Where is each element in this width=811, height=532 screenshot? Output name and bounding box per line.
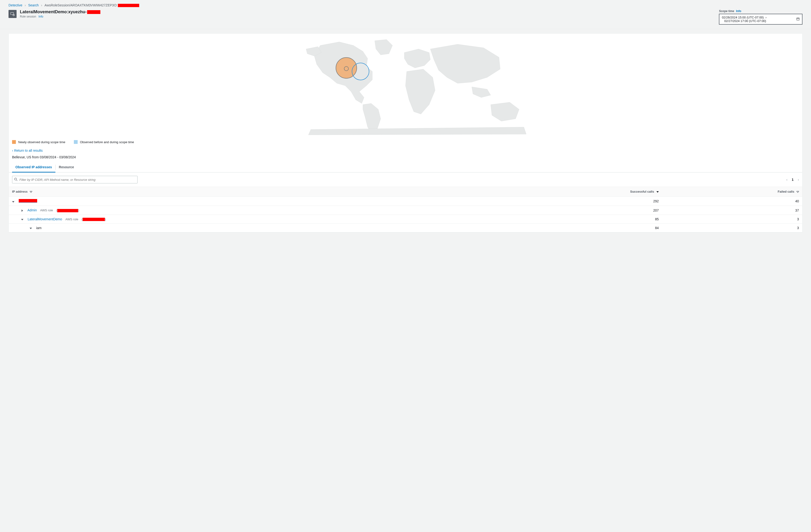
page-current: 1 — [792, 178, 794, 182]
filter-input-wrapper[interactable] — [12, 176, 138, 184]
chevron-right-icon: › — [41, 3, 42, 7]
search-icon — [14, 178, 17, 182]
role-session-icon — [9, 10, 17, 18]
location-range-label: Bellevue, US from 03/08/2024 - 03/08/202… — [9, 155, 802, 162]
svg-point-4 — [14, 178, 17, 180]
redacted-block — [87, 10, 101, 14]
sort-icon — [30, 190, 32, 193]
tab-resource[interactable]: Resource — [56, 162, 77, 172]
ip-table: IP address Successful calls Failed calls — [9, 187, 802, 232]
tab-observed-ip[interactable]: Observed IP addresses — [12, 162, 56, 173]
expand-toggle[interactable] — [30, 228, 32, 229]
cell-success: 292 — [485, 197, 662, 206]
expand-toggle[interactable] — [21, 209, 23, 212]
svg-rect-2 — [797, 18, 799, 20]
sort-icon — [797, 190, 799, 193]
legend-before: Observed before and during scope time — [74, 140, 134, 144]
table-row: iam 84 3 — [9, 224, 802, 232]
col-ip[interactable]: IP address — [9, 187, 485, 197]
breadcrumb-detective[interactable]: Detective — [9, 3, 22, 7]
cell-success: 84 — [485, 224, 662, 232]
main-panel: Newly observed during scope time Observe… — [9, 33, 802, 233]
breadcrumb: Detective › Search › AwsRoleSession/AROA… — [0, 0, 811, 10]
breadcrumb-search[interactable]: Search — [28, 3, 39, 7]
page-prev-button[interactable]: ‹ — [786, 178, 787, 182]
cell-success: 207 — [485, 206, 662, 215]
calendar-icon — [796, 17, 800, 21]
redacted-block — [82, 218, 105, 221]
redacted-block — [57, 209, 78, 212]
col-successful[interactable]: Successful calls — [485, 187, 662, 197]
return-to-results-link[interactable]: Return to all results — [14, 148, 43, 152]
filter-input[interactable] — [19, 178, 135, 182]
role-type-label: AWS role — [65, 218, 78, 221]
role-type-label: AWS role — [40, 208, 53, 212]
cell-success: 85 — [485, 215, 662, 224]
map-marker-new[interactable] — [336, 58, 357, 78]
legend-new: Newly observed during scope time — [12, 140, 65, 144]
ip-link-redacted[interactable] — [19, 199, 37, 203]
pagination: ‹ 1 › — [786, 178, 799, 182]
cell-failed: 3 — [662, 215, 802, 224]
role-link-lateral[interactable]: LateralMovementDemo — [28, 217, 62, 221]
page-title: LateralMovementDemo:xyuezhu- — [20, 10, 101, 14]
chevron-left-icon: ‹ — [12, 148, 13, 152]
col-failed[interactable]: Failed calls — [662, 187, 802, 197]
role-link-admin[interactable]: Admin — [28, 208, 37, 212]
cell-failed: 3 — [662, 224, 802, 232]
page-next-button[interactable]: › — [798, 178, 799, 182]
cell-failed: 37 — [662, 206, 802, 215]
legend-swatch-blue — [74, 140, 78, 144]
tabs: Observed IP addresses Resource — [9, 162, 802, 173]
sort-icon-filled — [656, 190, 659, 193]
chevron-right-icon: › — [25, 3, 26, 7]
scope-info-link[interactable]: Info — [736, 10, 741, 13]
geolocation-map[interactable] — [9, 34, 802, 138]
table-row: 292 40 — [9, 197, 802, 206]
table-row: LateralMovementDemo AWS role () 85 3 — [9, 215, 802, 224]
expand-toggle[interactable] — [12, 201, 14, 203]
legend-swatch-orange — [12, 140, 16, 144]
scope-time-picker[interactable]: 02/26/2024 15:00 (UTC-07:00) › 02/27/202… — [719, 14, 802, 25]
info-link[interactable]: Info — [39, 15, 43, 18]
table-row: Admin AWS role () 207 37 — [9, 206, 802, 215]
redacted-block — [118, 4, 139, 7]
service-label: iam — [36, 226, 42, 230]
breadcrumb-current: AwsRoleSession/AROAXTKM3VWIW427ZEP3O: — [45, 3, 139, 7]
expand-toggle[interactable] — [21, 219, 24, 220]
subtitle-label: Role session — [20, 15, 36, 18]
scope-time-label: Scope time — [719, 10, 734, 13]
cell-failed: 40 — [662, 197, 802, 206]
